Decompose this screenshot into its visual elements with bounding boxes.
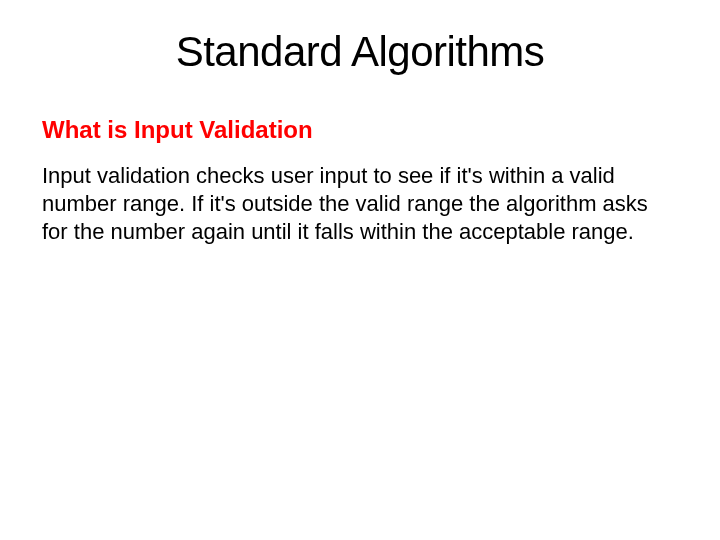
section-heading: What is Input Validation xyxy=(0,76,720,144)
slide-title: Standard Algorithms xyxy=(0,0,720,76)
body-paragraph: Input validation checks user input to se… xyxy=(0,144,720,246)
